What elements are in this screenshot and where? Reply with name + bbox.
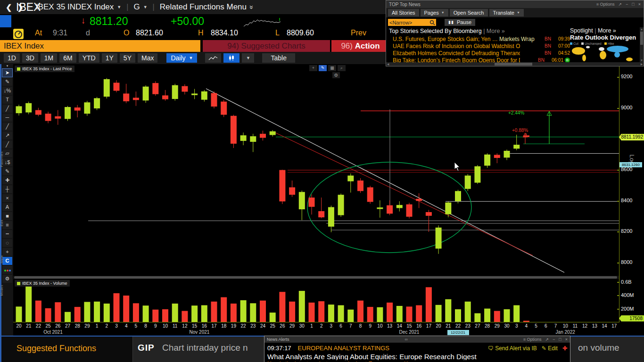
range-tab-5y[interactable]: 5Y [120, 53, 135, 63]
line-chart-type-button[interactable] [205, 53, 221, 63]
alert-headline[interactable]: What Analysts Are Saying About Equities:… [267, 353, 567, 360]
action-button[interactable]: 96) Action [331, 40, 389, 52]
candle-body [270, 132, 276, 135]
scrollbar-thumb[interactable] [14, 276, 617, 279]
period-dropdown[interactable]: Daily▼ [166, 53, 197, 63]
suggested-charts-button[interactable]: 94) Suggested Charts [203, 40, 330, 52]
select-points-icon[interactable]: ┼ [2, 185, 12, 193]
scroll-up-icon[interactable]: ▲ [640, 27, 644, 31]
font-style-icon[interactable]: A [2, 203, 12, 211]
all-stories-button[interactable]: All Stories [388, 9, 419, 16]
news-story[interactable]: UAE Faces Risk of Inclusion on Global Wa… [389, 42, 570, 49]
news-horizontal-scrollbar[interactable]: ◀ ▶ [386, 62, 644, 66]
candlestick-chart-type-button[interactable] [223, 53, 239, 63]
toolbar-collapse-icon[interactable]: ▾ [1, 64, 13, 68]
extended-line-icon[interactable]: ╱ [2, 140, 12, 148]
news-vertical-scrollbar[interactable]: ▲ ▼ [640, 27, 644, 62]
horizontal-line-icon[interactable]: ─ [2, 114, 12, 122]
dash-style-icon[interactable]: ┅ [2, 230, 12, 238]
chart-mode-icon[interactable]: C [2, 257, 12, 265]
security-menu[interactable]: IBEX 35 INDEX Index▼ [36, 2, 121, 12]
draw-tool-icon[interactable]: ✎ [319, 65, 327, 71]
chart-type-dropdown[interactable]: ▼ [242, 53, 254, 63]
zoom-icon[interactable]: ⌕ [338, 65, 346, 71]
more-link[interactable]: More » [487, 28, 505, 34]
range-tab-ytd[interactable]: YTD [79, 53, 99, 63]
news-panel-titlebar[interactable]: TOP Top News ≡ Options↗−□× [386, 0, 644, 8]
move-tool-icon[interactable]: ✚ [2, 176, 12, 184]
trendline-icon[interactable]: ╱ [2, 105, 12, 113]
toolbar-settings-icon[interactable]: ⚙ [2, 275, 12, 283]
narrow-filter-input[interactable] [388, 19, 436, 26]
volume-bar [338, 305, 344, 322]
price-legend[interactable]: IBEX 35 Index - Last Price [15, 66, 74, 72]
scrollbar-thumb[interactable] [640, 32, 643, 45]
range-tab-6m[interactable]: 6M [59, 53, 76, 63]
scroll-down-icon[interactable]: ▼ [640, 58, 644, 62]
price-range-icon[interactable]: ↓$ [2, 158, 12, 166]
text-tool-icon[interactable]: T [2, 96, 12, 104]
scrollbar-thumb[interactable] [495, 63, 532, 66]
volume-bar [318, 301, 324, 322]
maximize-icon[interactable]: □ [632, 2, 634, 7]
volume-chart-canvas[interactable] [13, 279, 619, 322]
range-tab-3d[interactable]: 3D [22, 53, 38, 63]
related-functions-menu[interactable]: Related Functions Menu» [160, 2, 254, 12]
last-price-tag: 8811.1992 [619, 134, 644, 140]
fill-style-icon[interactable]: ■ [2, 212, 12, 220]
color-mode-icon[interactable] [2, 266, 12, 274]
pages-button[interactable]: Pages▼ [421, 9, 448, 16]
pointer-tool-icon[interactable]: ➤ [2, 69, 12, 77]
volume-bar [289, 302, 295, 322]
minimize-icon[interactable]: − [553, 337, 555, 342]
percent-retracement-icon[interactable]: ↓% [2, 87, 12, 95]
news-story[interactable]: U.S. Futures, Europe Stocks Gain; Yen … … [389, 35, 570, 42]
suggested-functions-link[interactable]: Suggested Functions [17, 344, 96, 354]
send-alert-button[interactable]: 🗨 Send Alert via IB [488, 345, 537, 352]
pause-button[interactable]: ▮▮Pause [445, 19, 475, 26]
line-style-icon[interactable]: ≡ [2, 221, 12, 229]
delete-drawing-icon[interactable]: × [2, 194, 12, 202]
popout-icon[interactable]: ↗ [545, 337, 549, 342]
arrow-line-icon[interactable]: ↗ [2, 132, 12, 140]
minimize-icon[interactable]: − [626, 2, 628, 7]
range-tab-1d[interactable]: 1D [4, 53, 20, 63]
add-alert-icon[interactable]: ✚ [562, 345, 567, 352]
range-tab-1m[interactable]: 1M [41, 53, 57, 63]
spotlight-story-title[interactable]: Rate Outlook Divergenc [570, 34, 636, 41]
news-alerts-titlebar[interactable]: News Alerts ∞ ≡ Options↗−□× [264, 336, 570, 343]
security-field[interactable]: IBEX Index [0, 40, 200, 52]
close-icon[interactable]: × [565, 337, 568, 342]
add-annotation-icon[interactable]: + [309, 65, 317, 71]
translate-button[interactable]: Translate▼ [489, 9, 524, 16]
ellipse-tool-icon[interactable]: ◌ [2, 239, 12, 247]
g-menu[interactable]: G▼ [133, 2, 147, 12]
popout-icon[interactable]: ↗ [618, 2, 622, 7]
edit-alert-button[interactable]: ✎ Edit [542, 345, 558, 352]
spotlight-more-link[interactable]: More » [598, 27, 616, 34]
scroll-right-icon[interactable]: ▶ [640, 62, 644, 66]
news-story[interactable]: Elizabeth Holmes Convicted of Defrauding… [389, 49, 570, 57]
maximize-icon[interactable]: □ [559, 337, 561, 342]
price-chart-canvas[interactable]: +2.44%+0.88% [13, 64, 619, 276]
volume-legend[interactable]: IBEX 35 Index - Volume [15, 280, 70, 287]
crosshair-icon[interactable]: + [2, 248, 12, 256]
back-button[interactable]: ❮ [6, 3, 12, 12]
range-tab-max[interactable]: Max [138, 53, 157, 63]
open-search-button[interactable]: Open Search [450, 9, 488, 16]
table-button[interactable]: Table [262, 53, 295, 63]
channel-tool-icon[interactable]: ▱ [2, 149, 12, 157]
scroll-left-icon[interactable]: ◀ [386, 62, 390, 66]
chart-settings-icon[interactable]: ⚙ [332, 72, 340, 78]
alert-category[interactable]: EUROPEAN ANALYST RATINGS [298, 345, 389, 352]
ray-line-icon[interactable]: ╱ [2, 123, 12, 131]
gip-mnemonic[interactable]: GIP [138, 343, 155, 353]
chart-scrollbar[interactable] [13, 276, 619, 279]
close-icon[interactable]: × [638, 2, 641, 7]
range-tab-1y[interactable]: 1Y [102, 53, 117, 63]
options-menu-icon[interactable]: ≡ Options [596, 2, 615, 7]
clear-annotations-icon[interactable]: ▦ [328, 65, 336, 71]
annotate-pencil-icon[interactable]: ✎ [2, 167, 12, 175]
options-menu-icon[interactable]: ≡ Options [523, 337, 542, 342]
draw-pencil-icon[interactable]: ✎ [2, 78, 12, 86]
